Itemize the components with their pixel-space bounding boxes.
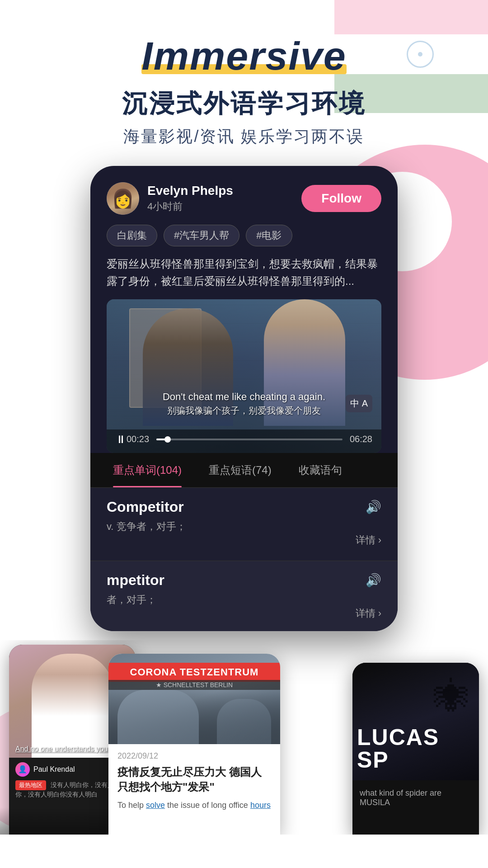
word-english-2: mpetitor [107,572,164,589]
right-card-small: what kind of spider are MUSILA [360,788,472,807]
news-date: 2022/09/12 [117,751,271,761]
detail-arrow-icon: › [378,534,381,546]
bottom-card-middle[interactable]: CORONA TESTZENTRUM ★ SCHNELLTEST BERLIN … [108,654,280,835]
subtitle-cn: 别骗我像骗个孩子，别爱我像爱个朋友 [107,405,381,417]
video-container[interactable]: Don't cheat me like cheating a again. 别骗… [107,299,381,453]
right-card-text: what kind of spider are MUSILA [352,780,479,814]
news-body: To help solve the issue of long office h… [117,799,271,811]
header-section: Immersive 沉浸式外语学习环境 海量影视/资讯 娱乐学习两不误 [0,0,488,148]
description-text: 爱丽丝从班得怪兽那里得到宝剑，想要去救疯帽，结果暴露了身份，被红皇后爱丽丝从班得… [107,255,381,290]
time-total: 06:28 [350,434,372,444]
subtitle-cn1: 沉浸式外语学习环境 [0,87,488,121]
news-underline-solve: solve [146,801,165,810]
tag-car[interactable]: #汽车男人帮 [164,225,239,246]
detail-link-2[interactable]: 详情 › [356,607,381,620]
time-current: 00:23 [127,434,149,444]
phone-device: Evelyn Phelps 4小时前 Follow 白剧集 #汽车男人帮 #电影… [90,166,398,631]
tab-vocab-phrases[interactable]: 重点短语(74) [195,453,285,487]
news-title: 疫情反复无止尽压力大 德国人只想找个地方"发呆" [117,764,271,795]
word-english: Competitor [107,499,184,515]
news-banner: CORONA TESTZENTRUM [108,663,280,682]
news-underline-hours: hours [250,801,271,810]
mockup-area: Evelyn Phelps 4小时前 Follow 白剧集 #汽车男人帮 #电影… [0,166,488,631]
sound-icon-2[interactable]: 🔊 [366,573,381,588]
translate-badge[interactable]: 中 A [346,395,372,412]
detail-link[interactable]: 详情 › [356,533,381,547]
tab-vocab-words[interactable]: 重点单词(104) [99,453,195,487]
bottom-card-right[interactable]: LUCAS SP 🕷 what kind of spider are MUSIL… [352,663,479,835]
subtitle-overlay: Don't cheat me like cheating a again. 别骗… [107,391,381,417]
tab-vocab-saved[interactable]: 收藏语句 [285,453,356,487]
tag-drama[interactable]: 白剧集 [107,225,157,246]
progress-bar-area: ⏸ 00:23 06:28 [107,429,381,453]
subtitle-en: Don't cheat me like cheating a again. [107,391,381,403]
user-time: 4小时前 [147,200,233,213]
card-avatar: 👤 [15,762,30,777]
card-tag-red: 最热地区 [15,780,46,790]
user-name: Evelyn Phelps [147,184,233,198]
follow-button[interactable]: Follow [301,185,381,212]
user-header: Evelyn Phelps 4小时前 Follow [107,182,381,215]
avatar [107,182,139,215]
news-content: 2022/09/12 疫情反复无止尽压力大 德国人只想找个地方"发呆" To h… [108,744,280,819]
pause-icon[interactable]: ⏸ [116,433,127,446]
word-definition: v. 竞争者，对手； [107,520,381,533]
tags-row: 白剧集 #汽车男人帮 #电影 [107,225,381,246]
subtitle-cn2: 海量影视/资讯 娱乐学习两不误 [0,126,488,148]
immersive-title: Immersive [141,36,346,76]
word-definition-2: 者，对手； [107,593,381,607]
user-info: Evelyn Phelps 4小时前 [107,182,233,215]
sound-icon[interactable]: 🔊 [366,500,381,514]
news-image: CORONA TESTZENTRUM ★ SCHNELLTEST BERLIN [108,654,280,744]
word-card-2: mpetitor 🔊 者，对手； 详情 › [90,561,398,631]
vocab-tabs: 重点单词(104) 重点短语(74) 收藏语句 [90,453,398,488]
detail-arrow-icon-2: › [378,608,381,619]
spider-icon: 🕷 [434,676,470,718]
right-card-title: LUCAS SP [357,726,474,771]
card-username: Paul Krendal [33,765,75,774]
tag-movie[interactable]: #电影 [246,225,292,246]
right-card-image: LUCAS SP 🕷 [352,663,479,780]
word-card-1: Competitor 🔊 v. 竞争者，对手； 详情 › [90,488,398,561]
